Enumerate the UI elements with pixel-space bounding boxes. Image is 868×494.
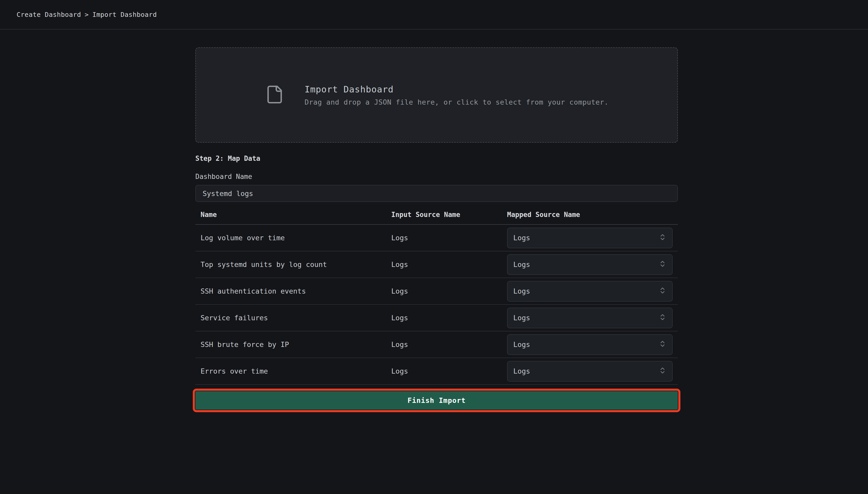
mapped-source-select[interactable]: Logs [507,308,672,328]
finish-import-button[interactable]: Finish Import [196,391,678,410]
table-row: Service failures Logs Logs [196,305,678,331]
table-body: Log volume over time Logs Logs Top syste… [196,225,678,385]
input-source-cell: Logs [391,314,507,322]
mapped-source-select[interactable]: Logs [507,281,672,302]
chevron-up-down-icon [659,367,666,376]
mapped-source-value: Logs [513,340,530,348]
import-panel: Import Dashboard Drag and drop a JSON fi… [196,48,678,410]
mapping-table: Name Input Source Name Mapped Source Nam… [196,202,678,385]
input-source-cell: Logs [391,234,507,242]
dropzone-text: Import Dashboard Drag and drop a JSON fi… [305,84,609,106]
input-source-cell: Logs [391,261,507,268]
column-header-mapped-source: Mapped Source Name [507,211,672,218]
mapped-source-value: Logs [513,261,530,268]
chevron-up-down-icon [659,260,666,269]
widget-name-cell: Errors over time [201,367,391,375]
table-row: Errors over time Logs Logs [196,358,678,385]
mapped-source-value: Logs [513,234,530,242]
dashboard-name-label: Dashboard Name [196,173,678,180]
file-icon [265,83,284,107]
step-heading: Step 2: Map Data [196,155,678,162]
column-header-name: Name [201,211,391,218]
table-row: Top systemd units by log count Logs Logs [196,251,678,278]
column-header-input-source: Input Source Name [391,211,507,218]
mapped-source-select[interactable]: Logs [507,361,672,382]
top-bar: Create Dashboard > Import Dashboard [0,0,868,30]
dashboard-name-input[interactable] [196,185,678,202]
chevron-up-down-icon [659,233,666,243]
breadcrumb-separator: > [85,11,89,18]
chevron-up-down-icon [659,313,666,323]
mapped-source-value: Logs [513,367,530,375]
table-header-row: Name Input Source Name Mapped Source Nam… [196,202,678,225]
table-row: SSH authentication events Logs Logs [196,278,678,305]
breadcrumb-import-dashboard: Import Dashboard [92,11,157,18]
chevron-up-down-icon [659,287,666,296]
input-source-cell: Logs [391,287,507,295]
mapped-source-select[interactable]: Logs [507,228,672,248]
mapped-source-value: Logs [513,287,530,295]
widget-name-cell: Service failures [201,314,391,322]
widget-name-cell: SSH authentication events [201,287,391,295]
mapped-source-select[interactable]: Logs [507,334,672,355]
input-source-cell: Logs [391,340,507,348]
table-row: SSH brute force by IP Logs Logs [196,331,678,358]
dropzone-subtitle: Drag and drop a JSON file here, or click… [305,98,609,106]
chevron-up-down-icon [659,340,666,349]
table-row: Log volume over time Logs Logs [196,225,678,251]
breadcrumb-create-dashboard[interactable]: Create Dashboard [17,11,81,18]
mapped-source-select[interactable]: Logs [507,254,672,275]
mapped-source-value: Logs [513,314,530,322]
dropzone-title: Import Dashboard [305,84,609,95]
json-file-dropzone[interactable]: Import Dashboard Drag and drop a JSON fi… [196,48,678,142]
widget-name-cell: Log volume over time [201,234,391,242]
widget-name-cell: Top systemd units by log count [201,261,391,268]
input-source-cell: Logs [391,367,507,375]
widget-name-cell: SSH brute force by IP [201,340,391,348]
breadcrumb: Create Dashboard > Import Dashboard [17,11,157,18]
